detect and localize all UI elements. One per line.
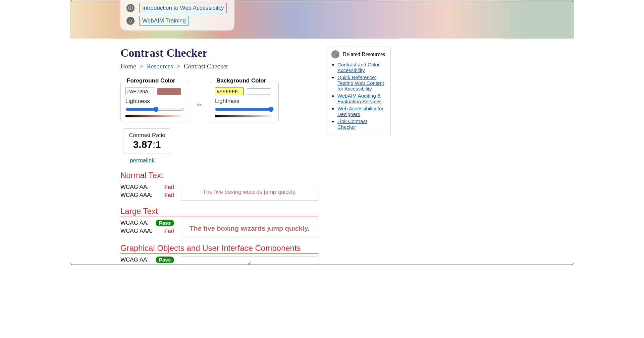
related-heading: Related Resources [343, 51, 385, 58]
ui-aa-result: Pass [156, 257, 174, 263]
ui-sample-box: ✓ Text Input [181, 257, 318, 265]
background-legend: Background Color [215, 77, 267, 84]
large-aaa-label: WCAG AAA: [120, 228, 152, 234]
background-gradient [215, 115, 274, 117]
normal-aaa-label: WCAG AAA: [120, 192, 152, 199]
link-icon: 🔗 [331, 50, 339, 58]
swap-colors-button[interactable]: ↔ [194, 100, 205, 109]
info-icon: ⓘ [126, 4, 135, 12]
related-link[interactable]: Quick Reference: Testing Web Content for… [337, 74, 384, 92]
normal-text-heading: Normal Text [120, 171, 318, 181]
contrast-ratio-value: 3.87 [133, 139, 153, 150]
foreground-swatch[interactable] [157, 88, 181, 95]
large-text-heading: Large Text [120, 207, 318, 217]
related-link[interactable]: Web Accessibility for Designers [337, 106, 383, 117]
promo-link-intro[interactable]: Introduction to Web Accessibility [139, 3, 227, 13]
training-icon: ☺ [126, 17, 135, 25]
background-swatch[interactable] [247, 88, 270, 95]
large-aa-label: WCAG AA: [120, 220, 149, 226]
ui-aa-label: WCAG AA: [120, 257, 149, 263]
promo-panel: ⓘ Introduction to Web Accessibility ☺ We… [120, 0, 234, 31]
breadcrumb-resources[interactable]: Resources [147, 63, 173, 70]
contrast-ratio-box: Contrast Ratio 3.87:1 [123, 128, 171, 154]
contrast-ratio-label: Contrast Ratio [129, 132, 165, 139]
foreground-gradient [125, 115, 184, 117]
foreground-lightness-slider[interactable] [125, 107, 184, 112]
background-lightness-slider[interactable] [215, 107, 274, 112]
large-sample-text: The five boxing wizards jump quickly. [190, 225, 309, 232]
related-link[interactable]: Link Contrast Checker [337, 118, 367, 130]
normal-sample-box: The five boxing wizards jump quickly. [181, 184, 318, 201]
breadcrumb-home[interactable]: Home [120, 63, 136, 70]
hero-banner: ⓘ Introduction to Web Accessibility ☺ We… [70, 0, 574, 39]
normal-aa-label: WCAG AA: [120, 184, 149, 190]
contrast-ratio-suffix: :1 [153, 139, 161, 150]
ui-heading: Graphical Objects and User Interface Com… [120, 243, 318, 254]
related-link[interactable]: WebAIM Auditing & Evaluation Services [337, 93, 382, 104]
background-hex-input[interactable] [215, 88, 244, 95]
large-sample-box: The five boxing wizards jump quickly. [181, 220, 318, 237]
background-fieldset: Background Color Lightness [210, 77, 279, 122]
normal-aa-result: Fail [164, 184, 174, 190]
foreground-fieldset: Foreground Color Lightness [120, 77, 189, 122]
foreground-hex-input[interactable] [125, 88, 154, 95]
large-aaa-result: Fail [164, 228, 174, 234]
foreground-lightness-label: Lightness [125, 98, 184, 105]
related-link[interactable]: Contrast and Color Accessibility [337, 62, 380, 73]
related-resources-panel: 🔗 Related Resources Contrast and Color A… [327, 47, 391, 136]
large-aa-result: Pass [156, 220, 174, 226]
page-title: Contrast Checker [120, 47, 318, 59]
normal-sample-text: The five boxing wizards jump quickly. [203, 189, 296, 195]
background-lightness-label: Lightness [215, 98, 274, 105]
breadcrumb: Home > Resources > Contrast Checker [120, 63, 318, 70]
normal-aaa-result: Fail [164, 192, 174, 199]
checkmark-icon: ✓ [184, 260, 315, 265]
promo-link-training[interactable]: WebAIM Training [139, 16, 189, 26]
breadcrumb-current: Contrast Checker [184, 63, 228, 70]
foreground-legend: Foreground Color [125, 77, 176, 84]
permalink-link[interactable]: permalink [120, 157, 164, 164]
